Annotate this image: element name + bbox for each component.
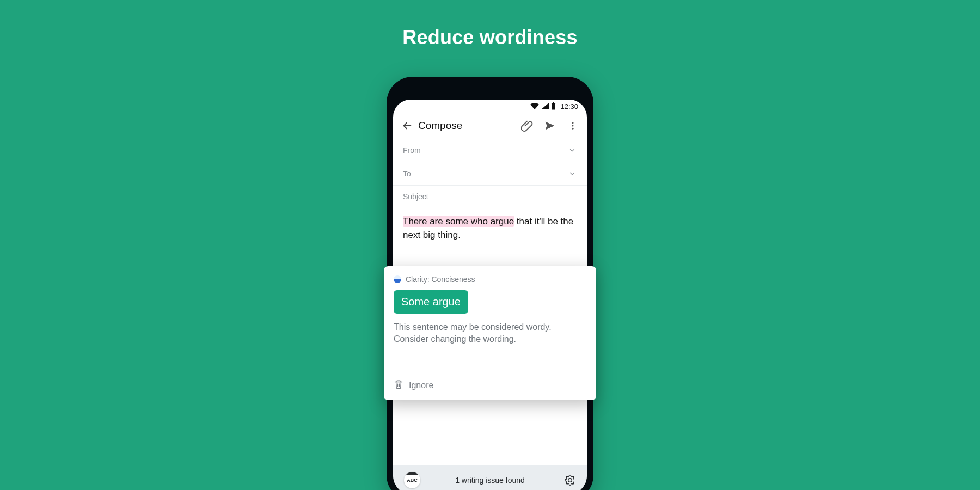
- apply-suggestion-button[interactable]: Some argue: [394, 290, 468, 314]
- paperclip-icon: [521, 120, 533, 132]
- more-vert-icon: [568, 121, 578, 131]
- attach-button[interactable]: [520, 119, 534, 132]
- app-bar-title: Compose: [418, 120, 520, 132]
- suggestion-category: Clarity: Conciseness: [394, 275, 586, 284]
- cell-signal-icon: [541, 103, 549, 109]
- keyboard-settings-button[interactable]: [564, 474, 576, 486]
- suggestion-explanation-line1: This sentence may be considered wordy.: [394, 321, 586, 333]
- back-button[interactable]: [399, 117, 416, 134]
- suggestion-card: Clarity: Conciseness Some argue This sen…: [384, 266, 596, 400]
- svg-rect-1: [552, 103, 555, 110]
- from-label: From: [403, 146, 421, 155]
- to-label: To: [403, 169, 411, 178]
- more-button[interactable]: [566, 119, 579, 132]
- page-headline: Reduce wordiness: [0, 26, 980, 49]
- arrow-left-icon: [401, 120, 413, 132]
- status-bar: 12:30: [393, 100, 587, 113]
- send-icon: [544, 120, 556, 132]
- gear-icon: [565, 475, 575, 486]
- issues-found-label[interactable]: 1 writing issue found: [455, 476, 525, 485]
- from-field[interactable]: From: [393, 139, 587, 162]
- abc-label: ABC: [407, 477, 418, 483]
- battery-icon: [551, 102, 556, 110]
- highlighted-text[interactable]: There are some who argue: [403, 216, 514, 227]
- suggestion-explanation-line2: Consider changing the wording.: [394, 333, 586, 345]
- svg-point-4: [572, 128, 574, 130]
- subject-label: Subject: [403, 192, 428, 201]
- ignore-button[interactable]: Ignore: [384, 372, 596, 400]
- email-body[interactable]: There are some who argue that it'll be t…: [393, 207, 587, 249]
- trash-icon: [394, 379, 403, 391]
- status-time: 12:30: [560, 102, 578, 111]
- ignore-label: Ignore: [409, 381, 433, 390]
- suggestion-explanation: This sentence may be considered wordy. C…: [394, 321, 586, 346]
- chevron-down-icon: [567, 145, 577, 155]
- to-field[interactable]: To: [393, 162, 587, 186]
- subject-field[interactable]: Subject: [393, 186, 587, 207]
- app-bar-actions: [520, 119, 579, 132]
- clarity-dot-icon: [394, 275, 401, 283]
- svg-rect-0: [553, 102, 554, 103]
- switch-keyboard-button[interactable]: ABC: [404, 472, 420, 488]
- svg-point-2: [572, 122, 574, 124]
- suggestion-category-label: Clarity: Conciseness: [406, 275, 475, 284]
- wifi-icon: [530, 103, 539, 109]
- svg-point-3: [572, 125, 574, 127]
- chevron-down-icon: [567, 169, 577, 179]
- send-button[interactable]: [543, 119, 556, 132]
- keyboard-suggestion-bar: ABC 1 writing issue found: [393, 465, 587, 490]
- compose-app-bar: Compose: [393, 113, 587, 139]
